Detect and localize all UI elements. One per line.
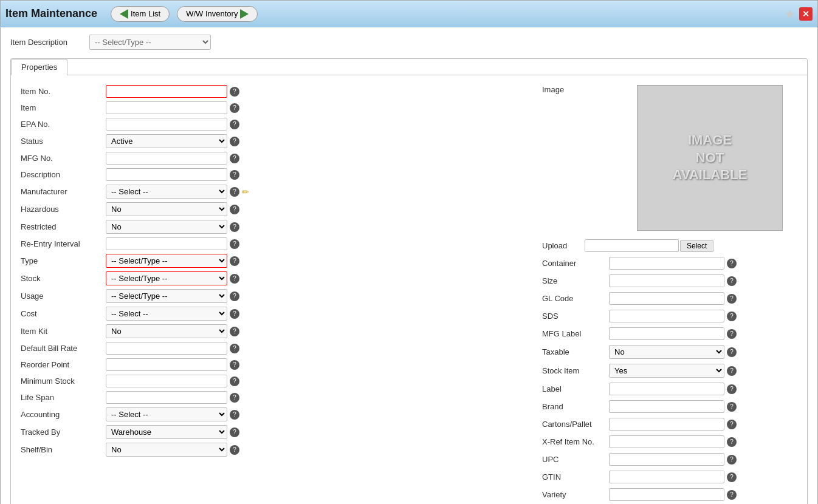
- input-minimum-stock[interactable]: [106, 375, 227, 387]
- help-icon-type[interactable]: ?: [230, 256, 239, 266]
- help-icon-usage[interactable]: ?: [230, 291, 239, 301]
- input-label[interactable]: [609, 383, 724, 395]
- input-item-no[interactable]: [106, 85, 227, 98]
- help-icon-mfg-label[interactable]: ?: [727, 329, 737, 339]
- help-icon-life-span[interactable]: ?: [230, 393, 239, 403]
- input-life-span[interactable]: [106, 391, 227, 404]
- input-gl-code[interactable]: [609, 292, 724, 305]
- nav-item-list-label: Item List: [131, 9, 160, 18]
- help-icon-gtin[interactable]: ?: [727, 472, 737, 482]
- select-accounting[interactable]: -- Select --: [106, 407, 227, 421]
- help-icon-stock[interactable]: ?: [230, 274, 239, 284]
- field-hazardous: Hazardous No Yes ?: [21, 202, 518, 216]
- input-mfg-no[interactable]: [106, 152, 227, 165]
- input-gtin[interactable]: [609, 471, 724, 483]
- title-bar-actions: ★ ✕: [785, 7, 813, 21]
- input-brand[interactable]: [609, 400, 724, 413]
- help-icon-shelf-bin[interactable]: ?: [230, 445, 239, 455]
- input-sds[interactable]: [609, 310, 724, 322]
- input-upc[interactable]: [609, 453, 724, 466]
- select-stock[interactable]: -- Select/Type --: [106, 271, 227, 285]
- help-icon-accounting[interactable]: ?: [230, 410, 239, 420]
- upload-select-button[interactable]: Select: [680, 240, 713, 252]
- help-icon-status[interactable]: ?: [230, 137, 239, 146]
- help-icon-variety[interactable]: ?: [727, 490, 737, 500]
- input-item[interactable]: [106, 101, 227, 114]
- upload-input[interactable]: [585, 239, 679, 252]
- select-restricted[interactable]: No Yes: [106, 220, 227, 234]
- help-icon-item-kit[interactable]: ?: [230, 327, 239, 336]
- select-tracked-by[interactable]: Warehouse: [106, 425, 227, 439]
- label-mfg-no: MFG No.: [21, 154, 106, 163]
- input-mfg-label[interactable]: [609, 327, 724, 340]
- help-icon-cost[interactable]: ?: [230, 309, 239, 319]
- select-item-kit[interactable]: No Yes: [106, 324, 227, 338]
- label-stock: Stock: [21, 274, 106, 283]
- help-icon-mfg-no[interactable]: ?: [230, 154, 239, 163]
- input-default-bill-rate[interactable]: [106, 342, 227, 355]
- select-usage[interactable]: -- Select/Type --: [106, 289, 227, 303]
- help-icon-brand[interactable]: ?: [727, 402, 737, 412]
- favorite-button[interactable]: ★: [785, 7, 796, 21]
- help-icon-cartons-pallet[interactable]: ?: [727, 420, 737, 429]
- select-cost[interactable]: -- Select --: [106, 307, 227, 321]
- help-icon-item[interactable]: ?: [230, 103, 239, 113]
- input-size[interactable]: [609, 274, 724, 287]
- select-type[interactable]: -- Select/Type --: [106, 254, 227, 268]
- help-icon-label[interactable]: ?: [727, 384, 737, 394]
- edit-manufacturer-icon[interactable]: ✏: [242, 187, 249, 197]
- input-xref-item-no[interactable]: [609, 435, 724, 448]
- right-fields: Container ? Size ? GL Code: [542, 257, 797, 503]
- select-manufacturer[interactable]: -- Select --: [106, 185, 227, 199]
- help-icon-size[interactable]: ?: [727, 276, 737, 286]
- close-button[interactable]: ✕: [799, 7, 813, 21]
- field-variety: Variety ?: [542, 488, 797, 501]
- help-icon-restricted[interactable]: ?: [230, 222, 239, 232]
- input-variety[interactable]: [609, 488, 724, 501]
- select-taxable[interactable]: No Yes: [609, 345, 724, 359]
- input-epa-no[interactable]: [106, 118, 227, 131]
- input-container[interactable]: [609, 257, 724, 270]
- input-description[interactable]: [106, 168, 227, 181]
- help-icon-hazardous[interactable]: ?: [230, 205, 239, 214]
- label-reorder-point: Reorder Point: [21, 360, 106, 369]
- input-reorder-point[interactable]: [106, 358, 227, 371]
- nav-ww-inventory-button[interactable]: W/W Inventory: [177, 6, 258, 22]
- tab-header: Properties: [11, 59, 807, 75]
- label-variety: Variety: [542, 490, 609, 499]
- help-icon-item-no[interactable]: ?: [230, 87, 239, 97]
- input-re-entry-interval[interactable]: [106, 237, 227, 250]
- label-item: Item: [21, 103, 106, 112]
- field-stock: Stock -- Select/Type -- ?: [21, 271, 518, 285]
- help-icon-taxable[interactable]: ?: [727, 347, 737, 357]
- input-cartons-pallet[interactable]: [609, 418, 724, 431]
- select-status[interactable]: Active Inactive: [106, 134, 227, 148]
- help-icon-tracked-by[interactable]: ?: [230, 427, 239, 437]
- help-icon-xref-item-no[interactable]: ?: [727, 437, 737, 447]
- help-icon-description[interactable]: ?: [230, 170, 239, 180]
- help-icon-epa-no[interactable]: ?: [230, 120, 239, 129]
- tab-properties[interactable]: Properties: [11, 59, 67, 75]
- help-icon-stock-item[interactable]: ?: [727, 366, 737, 376]
- nav-left-arrow-icon: [120, 9, 128, 19]
- help-icon-upc[interactable]: ?: [727, 455, 737, 465]
- select-shelf-bin[interactable]: No Yes: [106, 443, 227, 457]
- help-icon-manufacturer[interactable]: ?: [230, 187, 239, 197]
- help-icon-reorder-point[interactable]: ?: [230, 360, 239, 370]
- help-icon-default-bill-rate[interactable]: ?: [230, 344, 239, 353]
- help-icon-gl-code[interactable]: ?: [727, 294, 737, 304]
- nav-item-list-button[interactable]: Item List: [111, 6, 170, 22]
- help-icon-re-entry-interval[interactable]: ?: [230, 239, 239, 249]
- field-size: Size ?: [542, 274, 797, 287]
- tab-body: Item No. ? Item ? EPA No. ?: [11, 75, 807, 504]
- help-icon-sds[interactable]: ?: [727, 312, 737, 321]
- help-icon-minimum-stock[interactable]: ?: [230, 376, 239, 386]
- select-stock-item[interactable]: Yes No: [609, 364, 724, 378]
- item-description-select[interactable]: -- Select/Type --: [89, 35, 211, 50]
- field-brand: Brand ?: [542, 400, 797, 413]
- select-hazardous[interactable]: No Yes: [106, 202, 227, 216]
- help-icon-container[interactable]: ?: [727, 259, 737, 268]
- label-gl-code: GL Code: [542, 294, 609, 303]
- field-re-entry-interval: Re-Entry Interval ?: [21, 237, 518, 250]
- field-minimum-stock: Minimum Stock ?: [21, 375, 518, 387]
